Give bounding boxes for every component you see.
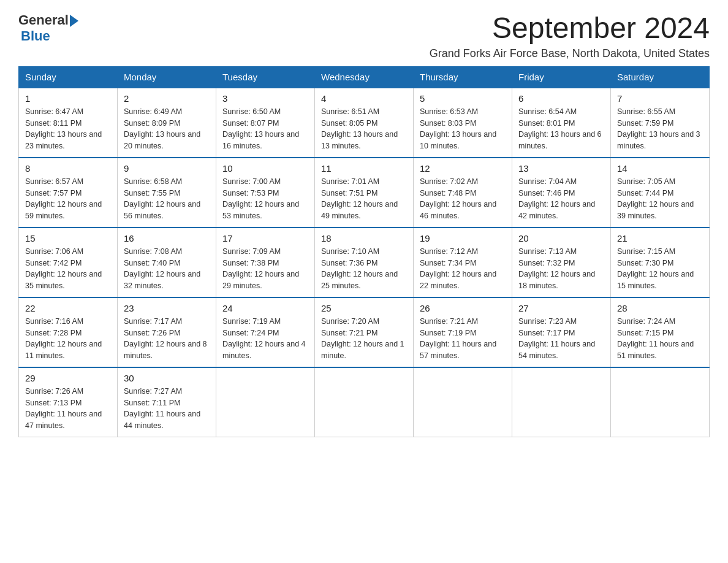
day-number: 23	[124, 303, 210, 313]
day-info: Sunrise: 7:17 AMSunset: 7:26 PMDaylight:…	[124, 316, 210, 362]
day-info: Sunrise: 7:08 AMSunset: 7:40 PMDaylight:…	[124, 246, 210, 292]
day-number: 3	[222, 93, 308, 104]
calendar-cell	[216, 367, 315, 437]
calendar-cell: 26Sunrise: 7:21 AMSunset: 7:19 PMDayligh…	[414, 297, 512, 367]
calendar-cell: 22Sunrise: 7:16 AMSunset: 7:28 PMDayligh…	[19, 297, 118, 367]
day-number: 7	[617, 93, 703, 104]
day-number: 20	[518, 233, 604, 243]
day-info: Sunrise: 7:10 AMSunset: 7:36 PMDaylight:…	[321, 246, 407, 292]
day-number: 1	[25, 93, 111, 104]
day-number: 19	[420, 233, 506, 243]
day-info: Sunrise: 7:02 AMSunset: 7:48 PMDaylight:…	[420, 176, 506, 222]
day-number: 17	[222, 233, 308, 243]
day-info: Sunrise: 6:47 AMSunset: 8:11 PMDaylight:…	[25, 106, 111, 152]
page-title: September 2024	[430, 12, 710, 45]
day-number: 26	[420, 303, 506, 313]
day-number: 2	[124, 93, 210, 104]
day-info: Sunrise: 7:00 AMSunset: 7:53 PMDaylight:…	[222, 176, 308, 222]
day-info: Sunrise: 7:27 AMSunset: 7:11 PMDaylight:…	[124, 386, 210, 432]
day-info: Sunrise: 6:58 AMSunset: 7:55 PMDaylight:…	[124, 176, 210, 222]
logo-general: General	[18, 12, 69, 28]
day-number: 13	[518, 163, 604, 174]
page-subtitle: Grand Forks Air Force Base, North Dakota…	[430, 47, 710, 60]
logo: General Blue	[18, 12, 78, 44]
day-number: 30	[124, 373, 210, 383]
calendar-cell: 23Sunrise: 7:17 AMSunset: 7:26 PMDayligh…	[118, 297, 216, 367]
calendar-cell: 29Sunrise: 7:26 AMSunset: 7:13 PMDayligh…	[19, 367, 118, 437]
day-info: Sunrise: 6:57 AMSunset: 7:57 PMDaylight:…	[25, 176, 111, 222]
calendar-header-saturday: Saturday	[611, 66, 710, 88]
day-number: 15	[25, 233, 111, 243]
calendar-cell: 11Sunrise: 7:01 AMSunset: 7:51 PMDayligh…	[315, 158, 414, 228]
calendar-cell: 13Sunrise: 7:04 AMSunset: 7:46 PMDayligh…	[512, 158, 611, 228]
calendar-week-row: 22Sunrise: 7:16 AMSunset: 7:28 PMDayligh…	[19, 297, 710, 367]
day-number: 8	[25, 163, 111, 174]
day-number: 16	[124, 233, 210, 243]
calendar-cell: 7Sunrise: 6:55 AMSunset: 7:59 PMDaylight…	[611, 88, 710, 158]
calendar-cell: 19Sunrise: 7:12 AMSunset: 7:34 PMDayligh…	[414, 228, 512, 297]
day-info: Sunrise: 6:53 AMSunset: 8:03 PMDaylight:…	[420, 106, 506, 152]
calendar-cell: 30Sunrise: 7:27 AMSunset: 7:11 PMDayligh…	[118, 367, 216, 437]
calendar-header-monday: Monday	[118, 66, 216, 88]
calendar-cell: 18Sunrise: 7:10 AMSunset: 7:36 PMDayligh…	[315, 228, 414, 297]
day-info: Sunrise: 7:09 AMSunset: 7:38 PMDaylight:…	[222, 246, 308, 292]
day-number: 14	[617, 163, 703, 174]
day-info: Sunrise: 7:15 AMSunset: 7:30 PMDaylight:…	[617, 246, 703, 292]
day-info: Sunrise: 6:49 AMSunset: 8:09 PMDaylight:…	[124, 106, 210, 152]
calendar-cell: 25Sunrise: 7:20 AMSunset: 7:21 PMDayligh…	[315, 297, 414, 367]
day-info: Sunrise: 7:12 AMSunset: 7:34 PMDaylight:…	[420, 246, 506, 292]
calendar-cell: 16Sunrise: 7:08 AMSunset: 7:40 PMDayligh…	[118, 228, 216, 297]
calendar-cell	[414, 367, 512, 437]
calendar-header-row: SundayMondayTuesdayWednesdayThursdayFrid…	[19, 66, 710, 88]
calendar-cell: 6Sunrise: 6:54 AMSunset: 8:01 PMDaylight…	[512, 88, 611, 158]
day-number: 12	[420, 163, 506, 174]
calendar-cell: 28Sunrise: 7:24 AMSunset: 7:15 PMDayligh…	[611, 297, 710, 367]
calendar-cell: 27Sunrise: 7:23 AMSunset: 7:17 PMDayligh…	[512, 297, 611, 367]
day-info: Sunrise: 7:16 AMSunset: 7:28 PMDaylight:…	[25, 316, 111, 362]
calendar-cell: 24Sunrise: 7:19 AMSunset: 7:24 PMDayligh…	[216, 297, 315, 367]
calendar-week-row: 1Sunrise: 6:47 AMSunset: 8:11 PMDaylight…	[19, 88, 710, 158]
day-number: 5	[420, 93, 506, 104]
day-number: 18	[321, 233, 407, 243]
day-info: Sunrise: 7:04 AMSunset: 7:46 PMDaylight:…	[518, 176, 604, 222]
logo-arrow-icon	[70, 15, 78, 27]
calendar-cell: 9Sunrise: 6:58 AMSunset: 7:55 PMDaylight…	[118, 158, 216, 228]
calendar-cell: 21Sunrise: 7:15 AMSunset: 7:30 PMDayligh…	[611, 228, 710, 297]
day-number: 6	[518, 93, 604, 104]
day-info: Sunrise: 6:54 AMSunset: 8:01 PMDaylight:…	[518, 106, 604, 152]
day-number: 4	[321, 93, 407, 104]
calendar-header-thursday: Thursday	[414, 66, 512, 88]
day-info: Sunrise: 6:51 AMSunset: 8:05 PMDaylight:…	[321, 106, 407, 152]
calendar-week-row: 29Sunrise: 7:26 AMSunset: 7:13 PMDayligh…	[19, 367, 710, 437]
day-info: Sunrise: 6:55 AMSunset: 7:59 PMDaylight:…	[617, 106, 703, 152]
calendar-week-row: 8Sunrise: 6:57 AMSunset: 7:57 PMDaylight…	[19, 158, 710, 228]
calendar-cell: 15Sunrise: 7:06 AMSunset: 7:42 PMDayligh…	[19, 228, 118, 297]
page-header: General Blue September 2024 Grand Forks …	[18, 12, 710, 60]
calendar-cell	[512, 367, 611, 437]
calendar-cell: 3Sunrise: 6:50 AMSunset: 8:07 PMDaylight…	[216, 88, 315, 158]
calendar-cell	[611, 367, 710, 437]
calendar-week-row: 15Sunrise: 7:06 AMSunset: 7:42 PMDayligh…	[19, 228, 710, 297]
calendar-cell: 14Sunrise: 7:05 AMSunset: 7:44 PMDayligh…	[611, 158, 710, 228]
day-info: Sunrise: 7:21 AMSunset: 7:19 PMDaylight:…	[420, 316, 506, 362]
day-info: Sunrise: 7:20 AMSunset: 7:21 PMDaylight:…	[321, 316, 407, 362]
day-info: Sunrise: 7:24 AMSunset: 7:15 PMDaylight:…	[617, 316, 703, 362]
day-number: 11	[321, 163, 407, 174]
calendar-cell: 5Sunrise: 6:53 AMSunset: 8:03 PMDaylight…	[414, 88, 512, 158]
calendar-cell: 2Sunrise: 6:49 AMSunset: 8:09 PMDaylight…	[118, 88, 216, 158]
calendar-cell: 4Sunrise: 6:51 AMSunset: 8:05 PMDaylight…	[315, 88, 414, 158]
day-number: 28	[617, 303, 703, 313]
calendar-cell: 17Sunrise: 7:09 AMSunset: 7:38 PMDayligh…	[216, 228, 315, 297]
day-number: 24	[222, 303, 308, 313]
day-info: Sunrise: 7:19 AMSunset: 7:24 PMDaylight:…	[222, 316, 308, 362]
title-section: September 2024 Grand Forks Air Force Bas…	[430, 12, 710, 60]
calendar-header-friday: Friday	[512, 66, 611, 88]
day-info: Sunrise: 7:23 AMSunset: 7:17 PMDaylight:…	[518, 316, 604, 362]
calendar-table: SundayMondayTuesdayWednesdayThursdayFrid…	[18, 66, 710, 437]
day-info: Sunrise: 7:01 AMSunset: 7:51 PMDaylight:…	[321, 176, 407, 222]
calendar-header-wednesday: Wednesday	[315, 66, 414, 88]
calendar-header-tuesday: Tuesday	[216, 66, 315, 88]
day-info: Sunrise: 7:06 AMSunset: 7:42 PMDaylight:…	[25, 246, 111, 292]
day-number: 27	[518, 303, 604, 313]
day-info: Sunrise: 7:26 AMSunset: 7:13 PMDaylight:…	[25, 386, 111, 432]
